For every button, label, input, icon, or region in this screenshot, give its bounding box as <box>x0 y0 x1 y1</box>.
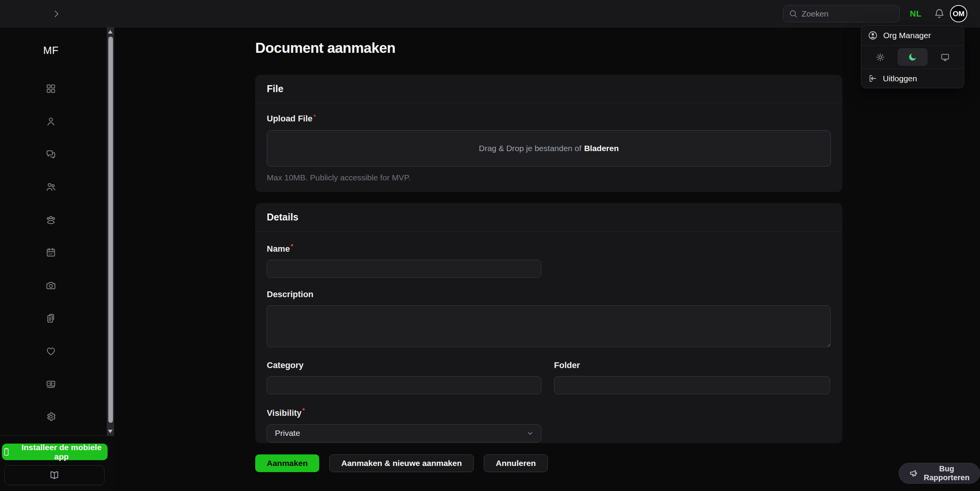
logout-label: Uitloggen <box>883 74 917 83</box>
chevron-down-icon <box>526 429 534 437</box>
description-field: Description <box>267 289 831 349</box>
chevron-right-icon <box>51 9 61 19</box>
name-label: Name <box>267 244 290 254</box>
category-label: Category <box>267 360 303 370</box>
theme-light-button[interactable] <box>865 48 895 66</box>
file-card-body: Upload File* Drag & Drop je bestanden of… <box>255 103 842 192</box>
chat-bubbles-icon <box>45 149 56 160</box>
details-card-header: Details <box>255 203 842 232</box>
upload-file-label: Upload File <box>267 114 313 123</box>
sidebar-item-calendar[interactable] <box>0 246 102 259</box>
required-mark: * <box>302 407 305 414</box>
scrollbar-up-arrow[interactable] <box>108 30 113 34</box>
sidebar-item-profile[interactable] <box>0 114 102 128</box>
avatar[interactable]: OM <box>950 5 967 22</box>
description-label: Description <box>267 289 313 299</box>
users-group-icon <box>45 215 56 225</box>
visibility-field: Visibility* Private <box>267 406 831 442</box>
logout-item[interactable]: Uitloggen <box>861 69 964 88</box>
monitor-icon <box>940 52 950 62</box>
user-icon <box>45 116 56 127</box>
cancel-button[interactable]: Annuleren <box>484 454 548 472</box>
bell-icon <box>934 8 945 19</box>
logout-icon <box>868 74 877 83</box>
sun-icon <box>876 52 885 62</box>
sidebar: MF <box>0 27 114 491</box>
scrollbar-down-arrow[interactable] <box>108 430 113 433</box>
scrollbar-thumb[interactable] <box>108 37 113 423</box>
create-button[interactable]: Aanmaken <box>255 454 319 472</box>
category-field: Category <box>267 360 541 394</box>
theme-dark-button[interactable] <box>897 48 928 66</box>
file-dropzone[interactable]: Drag & Drop je bestanden of Bladeren <box>267 130 831 166</box>
sidebar-item-documents[interactable] <box>0 311 102 325</box>
description-textarea[interactable] <box>267 305 831 347</box>
banknote-icon <box>45 378 56 389</box>
sidebar-item-media[interactable] <box>0 279 102 293</box>
name-input[interactable] <box>267 260 541 278</box>
theme-system-button[interactable] <box>930 48 960 66</box>
visibility-label: Visibility <box>267 409 301 418</box>
camera-icon <box>45 280 56 291</box>
search-icon <box>789 9 798 18</box>
user-circle-icon <box>868 30 878 40</box>
file-card-header: File <box>255 75 842 103</box>
file-card: File Upload File* Drag & Drop je bestand… <box>255 75 842 192</box>
user-menu: Org Manager Uitloggen <box>861 25 964 88</box>
search-box[interactable] <box>783 5 900 22</box>
clipboard-list-icon <box>45 313 56 324</box>
moon-icon <box>908 52 918 62</box>
dropzone-text: Drag & Drop je bestanden of <box>479 144 581 153</box>
details-card: Details Name* Description Category Folde… <box>255 203 842 443</box>
calendar-icon <box>45 247 56 258</box>
sidebar-item-teams[interactable] <box>0 213 102 227</box>
form-actions: Aanmaken Aanmaken & nieuwe aanmaken Annu… <box>255 454 548 472</box>
visibility-select[interactable]: Private <box>267 424 541 442</box>
sidebar-scrollbar[interactable] <box>107 27 114 436</box>
smartphone-icon <box>2 447 11 456</box>
users-two-icon <box>45 182 56 192</box>
required-mark: * <box>313 113 316 121</box>
theme-switcher <box>861 45 964 69</box>
user-menu-profile-label: Org Manager <box>883 31 931 40</box>
handbook-button[interactable] <box>4 465 104 485</box>
sidebar-item-finance[interactable] <box>0 377 102 391</box>
folder-label: Folder <box>554 360 580 370</box>
category-input[interactable] <box>267 376 541 394</box>
browse-link[interactable]: Bladeren <box>584 144 619 153</box>
page-title: Document aanmaken <box>255 40 396 56</box>
sidebar-item-dashboard[interactable] <box>0 82 102 96</box>
install-mobile-app-label: Installeer de mobiele app <box>15 443 108 461</box>
user-menu-profile-item[interactable]: Org Manager <box>861 26 964 45</box>
create-and-new-button[interactable]: Aanmaken & nieuwe aanmaken <box>329 454 474 472</box>
language-switcher[interactable]: NL <box>910 0 921 27</box>
upload-helper-text: Max 10MB. Publicly accessible for MVP. <box>267 173 831 182</box>
megaphone-icon <box>909 469 919 478</box>
topbar: NL OM <box>0 0 980 27</box>
bug-report-button[interactable]: Bug Rapporteren <box>899 463 980 484</box>
details-card-body: Name* Description Category Folder Visibi… <box>255 232 842 452</box>
sidebar-item-messages[interactable] <box>0 147 102 161</box>
category-folder-row: Category Folder <box>267 360 831 394</box>
bug-report-label: Bug Rapporteren <box>924 464 970 482</box>
install-mobile-app-button[interactable]: Installeer de mobiele app <box>2 444 108 460</box>
heart-icon <box>45 346 56 356</box>
required-mark: * <box>291 243 293 250</box>
sidebar-item-settings[interactable] <box>0 410 102 424</box>
search-input[interactable] <box>802 9 906 18</box>
book-open-icon <box>49 469 60 481</box>
sidebar-item-favorites[interactable] <box>0 344 102 358</box>
grid-icon <box>45 83 56 94</box>
sidebar-logo[interactable]: MF <box>0 45 102 57</box>
visibility-value: Private <box>275 429 300 438</box>
notifications-button[interactable] <box>931 0 947 27</box>
sidebar-item-users[interactable] <box>0 180 102 194</box>
sidebar-expand-button[interactable] <box>49 7 63 21</box>
folder-input[interactable] <box>554 376 830 394</box>
folder-field: Folder <box>554 360 830 394</box>
name-field: Name* <box>267 242 831 278</box>
gear-icon <box>45 411 56 422</box>
sidebar-scroll-area: MF <box>0 27 114 436</box>
